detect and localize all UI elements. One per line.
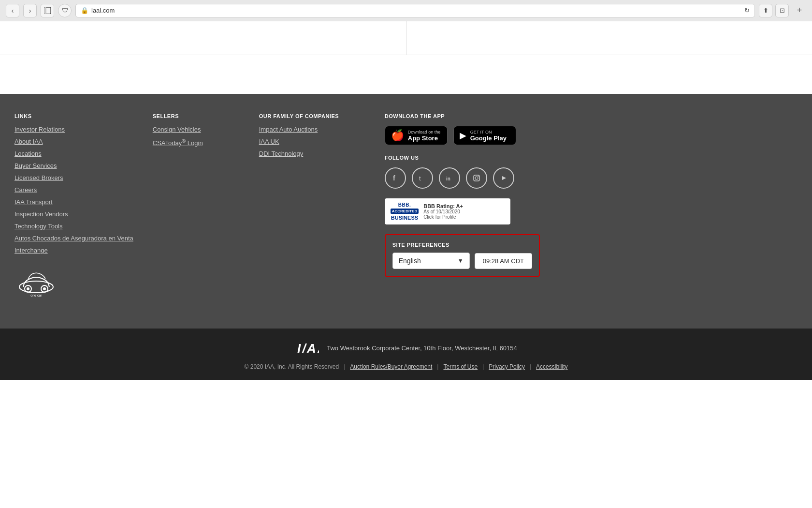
bbb-date: As of 10/13/2020 bbox=[423, 209, 463, 214]
bbb-click: Click for Profile bbox=[423, 214, 463, 220]
auction-rules-link[interactable]: Auction Rules/Buyer Agreement bbox=[350, 363, 432, 370]
privacy-policy-link[interactable]: Privacy Policy bbox=[489, 363, 525, 370]
bbb-badge[interactable]: BBB. ACCREDITED BUSINESS BBB Rating: A+ … bbox=[385, 198, 510, 224]
footer-bottom-top: I / A A Two Westbrook Corporate Center, … bbox=[295, 338, 517, 358]
app-store-name: App Store bbox=[408, 134, 441, 142]
investor-relations-link[interactable]: Investor Relations bbox=[14, 126, 133, 133]
buyer-services-link[interactable]: Buyer Services bbox=[14, 162, 133, 169]
svg-rect-12 bbox=[474, 175, 479, 181]
google-play-text: GET IT ON Google Play bbox=[470, 130, 507, 142]
accessibility-link[interactable]: Accessibility bbox=[536, 363, 567, 370]
site-pref-row: English ▼ 09:28 AM CDT bbox=[392, 253, 532, 269]
footer-family-column: OUR FAMILY OF COMPANIES Impact Auto Auct… bbox=[259, 113, 365, 299]
bbb-logo-area: BBB. ACCREDITED BUSINESS bbox=[391, 202, 419, 221]
licensed-brokers-link[interactable]: Licensed Brokers bbox=[14, 174, 133, 181]
app-buttons: 🍎 Download on the App Store ▶ GET IT ON … bbox=[385, 126, 798, 145]
language-select[interactable]: English ▼ bbox=[392, 253, 470, 269]
autos-chocados-link[interactable]: Autos Chocados de Aseguradora en Venta bbox=[14, 235, 133, 242]
facebook-icon[interactable]: f bbox=[385, 167, 406, 189]
iaa-uk-link[interactable]: IAA UK bbox=[259, 138, 365, 145]
about-iaa-link[interactable]: About IAA bbox=[14, 138, 133, 145]
svg-point-13 bbox=[475, 177, 478, 179]
footer-bottom: I / A A Two Westbrook Corporate Center, … bbox=[0, 329, 812, 380]
bbb-details: BBB Rating: A+ As of 10/13/2020 Click fo… bbox=[423, 203, 463, 220]
svg-point-5 bbox=[27, 287, 29, 290]
iaa-logo: I / A A bbox=[295, 338, 319, 358]
add-tab-button[interactable]: + bbox=[793, 4, 806, 17]
bbb-rating: BBB Rating: A+ bbox=[423, 203, 463, 209]
one-car-svg: one car one difference bbox=[14, 264, 58, 298]
app-store-text: Download on the App Store bbox=[408, 130, 441, 142]
inspection-vendors-link[interactable]: Inspection Vendors bbox=[14, 210, 133, 218]
site-preferences-wrapper: SITE PREFERENCES English ▼ 09:28 AM CDT bbox=[385, 234, 798, 277]
browser-actions: ⬆ ⊡ bbox=[759, 4, 789, 17]
forward-button[interactable]: › bbox=[23, 4, 37, 17]
svg-text:in: in bbox=[446, 176, 450, 181]
bbb-text: BBB. bbox=[398, 202, 411, 208]
svg-point-14 bbox=[478, 176, 478, 177]
footer-links-column: LINKS Investor Relations About IAA Locat… bbox=[14, 113, 133, 299]
social-icons: f t in bbox=[385, 167, 798, 189]
svg-point-6 bbox=[43, 287, 46, 290]
bbb-business-label: BUSINESS bbox=[391, 215, 418, 221]
follow-us-section: FOLLOW US f t in bbox=[385, 155, 798, 189]
separator-3: | bbox=[482, 363, 484, 370]
family-section-title: OUR FAMILY OF COMPANIES bbox=[259, 113, 365, 119]
share-button[interactable]: ⬆ bbox=[759, 4, 772, 17]
svg-marker-15 bbox=[502, 176, 506, 180]
footer: LINKS Investor Relations About IAA Locat… bbox=[0, 94, 812, 329]
separator-1: | bbox=[344, 363, 345, 370]
ddi-technology-link[interactable]: DDI Technology bbox=[259, 150, 365, 157]
youtube-icon[interactable] bbox=[493, 167, 514, 189]
google-play-name: Google Play bbox=[470, 134, 507, 142]
language-value: English bbox=[399, 257, 421, 265]
impact-auto-auctions-link[interactable]: Impact Auto Auctions bbox=[259, 126, 365, 133]
svg-text:t: t bbox=[419, 175, 421, 182]
footer-address: Two Westbrook Corporate Center, 10th Flo… bbox=[327, 344, 517, 352]
footer-bottom-content: I / A A Two Westbrook Corporate Center, … bbox=[14, 338, 798, 370]
svg-rect-1 bbox=[44, 7, 46, 14]
terms-of-use-link[interactable]: Terms of Use bbox=[443, 363, 478, 370]
content-top bbox=[0, 21, 812, 55]
bbb-section: BBB. ACCREDITED BUSINESS BBB Rating: A+ … bbox=[385, 198, 798, 224]
google-play-sub: GET IT ON bbox=[470, 130, 507, 134]
tabs-button[interactable]: ⊡ bbox=[775, 4, 789, 17]
careers-link[interactable]: Careers bbox=[14, 186, 133, 194]
app-store-button[interactable]: 🍎 Download on the App Store bbox=[385, 126, 448, 145]
interchange-link[interactable]: Interchange bbox=[14, 247, 133, 254]
content-top-right bbox=[406, 21, 812, 55]
download-app-title: DOWNLOAD THE APP bbox=[385, 113, 798, 119]
google-play-icon: ▶ bbox=[460, 130, 466, 141]
content-space bbox=[0, 55, 812, 94]
svg-text:I
            /
            A
: I / A A bbox=[297, 341, 319, 356]
content-top-left bbox=[0, 21, 406, 55]
reload-icon[interactable]: ↻ bbox=[744, 7, 750, 14]
svg-text:one car: one car bbox=[30, 294, 42, 297]
google-play-button[interactable]: ▶ GET IT ON Google Play bbox=[453, 126, 516, 145]
instagram-icon[interactable] bbox=[466, 167, 487, 189]
apple-icon: 🍎 bbox=[391, 129, 404, 142]
bbb-accredited-badge: ACCREDITED bbox=[391, 209, 419, 214]
browser-chrome: ‹ › 🛡 🔒 iaai.com ↻ ⬆ ⊡ + bbox=[0, 0, 812, 21]
follow-us-title: FOLLOW US bbox=[385, 155, 798, 161]
chevron-down-icon: ▼ bbox=[458, 257, 464, 264]
locations-link[interactable]: Locations bbox=[14, 150, 133, 157]
twitter-icon[interactable]: t bbox=[412, 167, 433, 189]
time-display: 09:28 AM CDT bbox=[475, 253, 532, 269]
footer-sellers-column: SELLERS Consign Vehicles CSAToday® Login bbox=[153, 113, 240, 299]
csatoday-login-link[interactable]: CSAToday® Login bbox=[153, 138, 240, 147]
iaa-logo-svg: I / A A bbox=[295, 338, 319, 358]
iaa-transport-link[interactable]: IAA Transport bbox=[14, 198, 133, 206]
sidebar-button[interactable] bbox=[41, 4, 54, 17]
one-car-logo: one car one difference bbox=[14, 264, 133, 299]
download-app-section: DOWNLOAD THE APP 🍎 Download on the App S… bbox=[385, 113, 798, 145]
technology-tools-link[interactable]: Technology Tools bbox=[14, 223, 133, 230]
consign-vehicles-link[interactable]: Consign Vehicles bbox=[153, 126, 240, 133]
footer-right-column: DOWNLOAD THE APP 🍎 Download on the App S… bbox=[385, 113, 798, 299]
security-icon: 🛡 bbox=[58, 4, 72, 17]
url-bar[interactable]: 🔒 iaai.com ↻ bbox=[75, 4, 755, 17]
url-text: iaai.com bbox=[91, 7, 115, 14]
linkedin-icon[interactable]: in bbox=[439, 167, 460, 189]
copyright-text: © 2020 IAA, Inc. All Rights Reserved bbox=[245, 363, 339, 370]
back-button[interactable]: ‹ bbox=[6, 4, 19, 17]
